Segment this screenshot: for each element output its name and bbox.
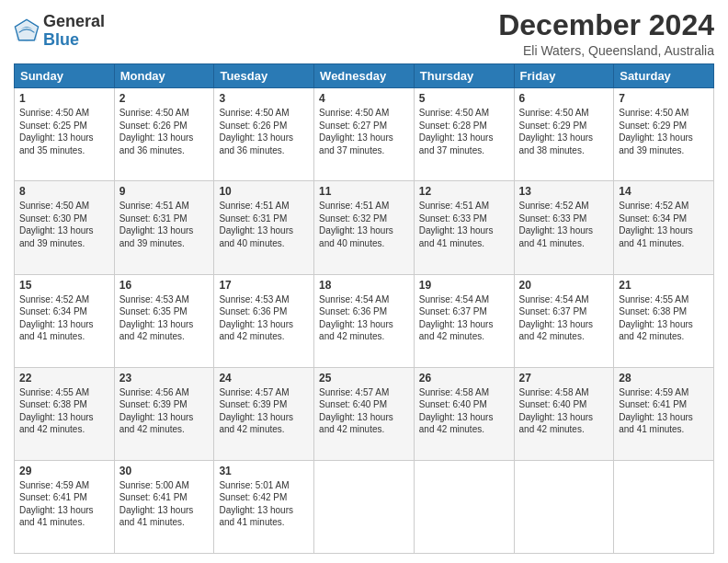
day-info: Sunrise: 4:50 AMSunset: 6:30 PMDaylight:… <box>19 201 94 248</box>
day-number: 28 <box>619 372 709 385</box>
table-row <box>314 460 415 553</box>
day-number: 22 <box>19 372 109 385</box>
day-info: Sunrise: 4:54 AMSunset: 6:37 PMDaylight:… <box>419 294 494 342</box>
day-info: Sunrise: 4:51 AMSunset: 6:32 PMDaylight:… <box>319 201 393 248</box>
table-row: 22 Sunrise: 4:55 AMSunset: 6:38 PMDaylig… <box>15 367 115 460</box>
table-row: 2 Sunrise: 4:50 AMSunset: 6:26 PMDayligh… <box>114 88 214 181</box>
calendar-week-1: 1 Sunrise: 4:50 AMSunset: 6:25 PMDayligh… <box>15 88 714 181</box>
day-number: 1 <box>19 92 109 105</box>
day-info: Sunrise: 4:50 AMSunset: 6:28 PMDaylight:… <box>419 108 494 155</box>
day-info: Sunrise: 4:58 AMSunset: 6:40 PMDaylight:… <box>519 387 594 435</box>
table-row: 4 Sunrise: 4:50 AMSunset: 6:27 PMDayligh… <box>314 88 415 181</box>
table-row: 10 Sunrise: 4:51 AMSunset: 6:31 PMDaylig… <box>214 181 314 274</box>
day-info: Sunrise: 4:50 AMSunset: 6:26 PMDaylight:… <box>119 108 194 155</box>
table-row: 17 Sunrise: 4:53 AMSunset: 6:36 PMDaylig… <box>214 274 314 367</box>
col-monday: Monday <box>114 64 214 88</box>
day-number: 24 <box>219 372 309 385</box>
table-row: 6 Sunrise: 4:50 AMSunset: 6:29 PMDayligh… <box>514 88 614 181</box>
day-info: Sunrise: 4:53 AMSunset: 6:36 PMDaylight:… <box>219 294 293 342</box>
col-wednesday: Wednesday <box>314 64 415 88</box>
logo-blue: Blue <box>43 31 105 50</box>
calendar-week-5: 29 Sunrise: 4:59 AMSunset: 6:41 PMDaylig… <box>15 460 714 553</box>
table-row: 9 Sunrise: 4:51 AMSunset: 6:31 PMDayligh… <box>114 181 214 274</box>
day-number: 21 <box>619 279 709 292</box>
calendar-week-3: 15 Sunrise: 4:52 AMSunset: 6:34 PMDaylig… <box>15 274 714 367</box>
day-info: Sunrise: 4:50 AMSunset: 6:25 PMDaylight:… <box>19 108 94 155</box>
logo: General Blue <box>14 13 105 50</box>
table-row: 30 Sunrise: 5:00 AMSunset: 6:41 PMDaylig… <box>114 460 214 553</box>
day-info: Sunrise: 4:51 AMSunset: 6:33 PMDaylight:… <box>419 201 494 248</box>
day-number: 2 <box>119 92 210 105</box>
day-number: 5 <box>419 92 509 105</box>
day-number: 25 <box>319 372 409 385</box>
calendar-week-2: 8 Sunrise: 4:50 AMSunset: 6:30 PMDayligh… <box>15 181 714 274</box>
col-thursday: Thursday <box>414 64 514 88</box>
day-info: Sunrise: 4:57 AMSunset: 6:40 PMDaylight:… <box>319 387 393 435</box>
day-number: 12 <box>419 185 509 198</box>
calendar-week-4: 22 Sunrise: 4:55 AMSunset: 6:38 PMDaylig… <box>15 367 714 460</box>
table-row: 18 Sunrise: 4:54 AMSunset: 6:36 PMDaylig… <box>314 274 415 367</box>
header: General Blue December 2024 Eli Waters, Q… <box>14 9 714 58</box>
table-row: 1 Sunrise: 4:50 AMSunset: 6:25 PMDayligh… <box>15 88 115 181</box>
table-row: 25 Sunrise: 4:57 AMSunset: 6:40 PMDaylig… <box>314 367 415 460</box>
day-info: Sunrise: 4:51 AMSunset: 6:31 PMDaylight:… <box>119 201 194 248</box>
table-row: 11 Sunrise: 4:51 AMSunset: 6:32 PMDaylig… <box>314 181 415 274</box>
day-number: 26 <box>419 372 509 385</box>
day-number: 9 <box>119 185 210 198</box>
table-row: 5 Sunrise: 4:50 AMSunset: 6:28 PMDayligh… <box>414 88 514 181</box>
day-number: 30 <box>119 465 210 477</box>
day-info: Sunrise: 4:55 AMSunset: 6:38 PMDaylight:… <box>19 387 94 435</box>
table-row: 29 Sunrise: 4:59 AMSunset: 6:41 PMDaylig… <box>15 460 115 553</box>
table-row: 3 Sunrise: 4:50 AMSunset: 6:26 PMDayligh… <box>214 88 314 181</box>
day-info: Sunrise: 4:52 AMSunset: 6:34 PMDaylight:… <box>619 201 693 248</box>
day-number: 17 <box>219 279 309 292</box>
col-sunday: Sunday <box>15 64 115 88</box>
calendar-table: Sunday Monday Tuesday Wednesday Thursday… <box>14 63 714 554</box>
page: General Blue December 2024 Eli Waters, Q… <box>0 0 728 563</box>
day-number: 4 <box>319 92 409 105</box>
day-number: 14 <box>619 185 709 198</box>
table-row: 27 Sunrise: 4:58 AMSunset: 6:40 PMDaylig… <box>514 367 614 460</box>
location: Eli Waters, Queensland, Australia <box>498 43 714 58</box>
day-info: Sunrise: 4:50 AMSunset: 6:29 PMDaylight:… <box>619 108 693 155</box>
day-number: 10 <box>219 185 309 198</box>
table-row: 8 Sunrise: 4:50 AMSunset: 6:30 PMDayligh… <box>15 181 115 274</box>
table-row: 15 Sunrise: 4:52 AMSunset: 6:34 PMDaylig… <box>15 274 115 367</box>
day-number: 8 <box>19 185 109 198</box>
day-info: Sunrise: 4:54 AMSunset: 6:36 PMDaylight:… <box>319 294 393 342</box>
table-row <box>414 460 514 553</box>
title-block: December 2024 Eli Waters, Queensland, Au… <box>498 9 714 58</box>
col-friday: Friday <box>514 64 614 88</box>
day-number: 23 <box>119 372 210 385</box>
day-number: 6 <box>519 92 609 105</box>
day-info: Sunrise: 4:52 AMSunset: 6:34 PMDaylight:… <box>19 294 94 342</box>
table-row: 13 Sunrise: 4:52 AMSunset: 6:33 PMDaylig… <box>514 181 614 274</box>
day-number: 18 <box>319 279 409 292</box>
logo-text: General Blue <box>43 13 105 50</box>
day-number: 13 <box>519 185 609 198</box>
table-row: 23 Sunrise: 4:56 AMSunset: 6:39 PMDaylig… <box>114 367 214 460</box>
logo-general: General <box>43 13 105 31</box>
day-number: 20 <box>519 279 609 292</box>
day-info: Sunrise: 4:58 AMSunset: 6:40 PMDaylight:… <box>419 387 494 435</box>
col-saturday: Saturday <box>614 64 714 88</box>
table-row: 21 Sunrise: 4:55 AMSunset: 6:38 PMDaylig… <box>614 274 714 367</box>
day-number: 27 <box>519 372 609 385</box>
table-row: 31 Sunrise: 5:01 AMSunset: 6:42 PMDaylig… <box>214 460 314 553</box>
table-row: 19 Sunrise: 4:54 AMSunset: 6:37 PMDaylig… <box>414 274 514 367</box>
day-number: 31 <box>219 465 309 477</box>
day-number: 15 <box>19 279 109 292</box>
col-tuesday: Tuesday <box>214 64 314 88</box>
table-row: 28 Sunrise: 4:59 AMSunset: 6:41 PMDaylig… <box>614 367 714 460</box>
day-number: 11 <box>319 185 409 198</box>
day-number: 3 <box>219 92 309 105</box>
table-row: 14 Sunrise: 4:52 AMSunset: 6:34 PMDaylig… <box>614 181 714 274</box>
logo-icon <box>14 18 40 44</box>
day-number: 7 <box>619 92 709 105</box>
day-number: 16 <box>119 279 210 292</box>
table-row <box>614 460 714 553</box>
day-info: Sunrise: 4:59 AMSunset: 6:41 PMDaylight:… <box>19 480 94 528</box>
month-title: December 2024 <box>498 9 714 41</box>
table-row: 7 Sunrise: 4:50 AMSunset: 6:29 PMDayligh… <box>614 88 714 181</box>
day-info: Sunrise: 4:50 AMSunset: 6:29 PMDaylight:… <box>519 108 594 155</box>
